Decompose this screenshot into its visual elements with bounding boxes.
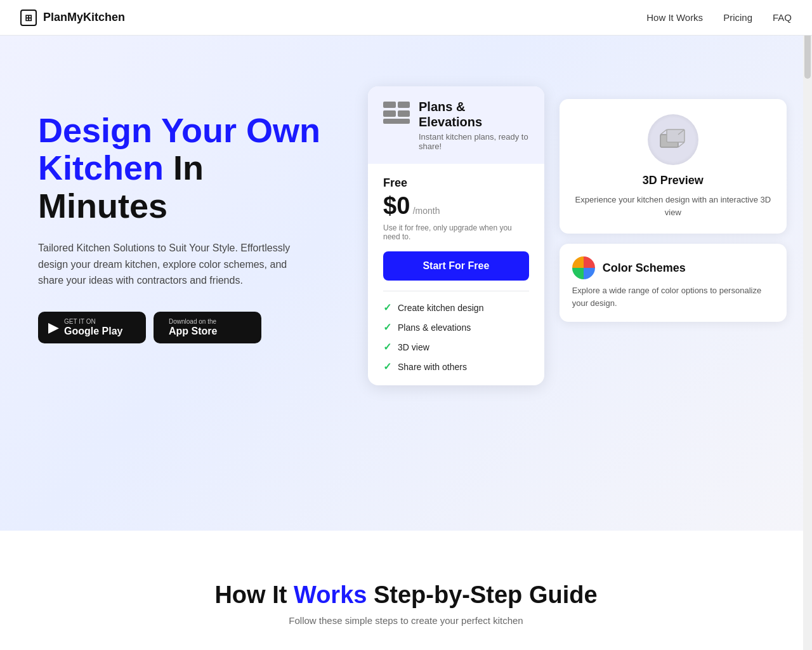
- feature-item-4: ✓ Share with others: [383, 361, 529, 373]
- feature-item-1: ✓ Create kitchen design: [383, 302, 529, 314]
- google-play-button[interactable]: ▶ GET IT ON Google Play: [38, 312, 146, 343]
- price-note: Use it for free, only upgrade when you n…: [383, 223, 529, 241]
- pricing-card-body: Free $0 /month Use it for free, only upg…: [368, 164, 544, 385]
- color-schemes-desc: Explore a wide range of color options to…: [572, 284, 774, 309]
- nav-how-it-works[interactable]: How It Works: [646, 12, 703, 23]
- start-for-free-button[interactable]: Start For Free: [383, 251, 529, 281]
- feature-item-3: ✓ 3D view: [383, 341, 529, 353]
- nav-faq[interactable]: FAQ: [773, 12, 792, 23]
- 3d-preview-title: 3D Preview: [643, 174, 704, 187]
- color-schemes-title: Color Schemes: [603, 262, 686, 275]
- check-icon-2: ✓: [383, 321, 391, 333]
- 3d-preview-desc: Experience your kitchen design with an i…: [572, 194, 774, 218]
- side-feature-cards: 3D Preview Experience your kitchen desig…: [560, 86, 787, 322]
- svg-line-2: [660, 129, 667, 135]
- pricing-card: Plans & Elevations Instant kitchen plans…: [368, 86, 544, 385]
- feature-label-3: 3D view: [398, 342, 429, 352]
- feature-list: ✓ Create kitchen design ✓ Plans & elevat…: [383, 302, 529, 373]
- app-store-text: Download on the App Store: [169, 318, 217, 337]
- 3d-preview-icon: [648, 114, 698, 165]
- price-tier: Free: [383, 176, 529, 190]
- svg-line-4: [678, 142, 684, 147]
- pricing-card-subtitle: Instant kitchen plans, ready to share!: [419, 132, 529, 151]
- pricing-card-top: Plans & Elevations Instant kitchen plans…: [368, 86, 544, 164]
- logo-icon: [20, 10, 37, 26]
- app-buttons: ▶ GET IT ON Google Play Download on the …: [38, 312, 368, 343]
- price-amount: $0: [383, 192, 410, 219]
- how-subtext: Follow these simple steps to create your…: [25, 615, 787, 626]
- pricing-card-title: Plans & Elevations: [419, 99, 529, 129]
- logo-text: PlanMyKitchen: [43, 11, 125, 24]
- check-icon-3: ✓: [383, 341, 391, 353]
- card-3d-preview: 3D Preview Experience your kitchen desig…: [560, 99, 787, 234]
- price-period: /month: [413, 206, 440, 216]
- google-play-icon: ▶: [48, 321, 59, 335]
- app-store-button[interactable]: Download on the App Store: [154, 312, 261, 343]
- hero-section: Design Your Own Kitchen In Minutes Tailo…: [0, 36, 812, 531]
- how-section: How It Works Step-by-Step Guide Follow t…: [0, 531, 812, 650]
- divider: [383, 291, 529, 291]
- google-play-text: GET IT ON Google Play: [64, 318, 122, 337]
- color-schemes-header: Color Schemes: [572, 256, 774, 279]
- card-color-schemes: Color Schemes Explore a wide range of co…: [560, 244, 787, 322]
- check-icon-1: ✓: [383, 302, 391, 314]
- feature-item-2: ✓ Plans & elevations: [383, 321, 529, 333]
- how-heading: How It Works Step-by-Step Guide: [25, 581, 787, 609]
- scrollbar[interactable]: [803, 0, 812, 650]
- feature-label-1: Create kitchen design: [398, 303, 483, 313]
- pricing-card-header-text: Plans & Elevations Instant kitchen plans…: [419, 99, 529, 151]
- hero-left: Design Your Own Kitchen In Minutes Tailo…: [38, 74, 368, 505]
- hero-heading: Design Your Own Kitchen In Minutes: [38, 112, 368, 225]
- hero-subtext: Tailored Kitchen Solutions to Suit Your …: [38, 240, 304, 289]
- feature-label-4: Share with others: [398, 362, 467, 372]
- nav-pricing[interactable]: Pricing: [723, 12, 752, 23]
- nav-links: How It Works Pricing FAQ: [646, 12, 792, 23]
- feature-label-2: Plans & elevations: [398, 322, 471, 333]
- navbar: PlanMyKitchen How It Works Pricing FAQ: [0, 0, 812, 36]
- how-works-blue: Works: [294, 581, 367, 608]
- logo-link[interactable]: PlanMyKitchen: [20, 10, 125, 26]
- plans-icon: [383, 102, 410, 124]
- check-icon-4: ✓: [383, 361, 391, 373]
- color-schemes-icon: [572, 256, 595, 279]
- price-row: $0 /month: [383, 192, 529, 220]
